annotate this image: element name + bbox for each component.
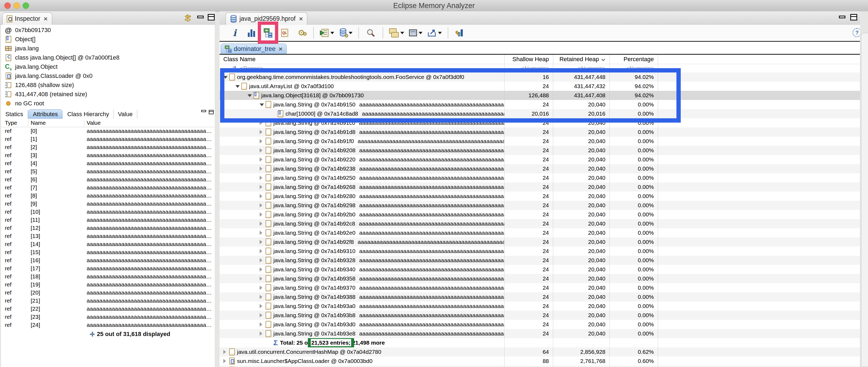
tree-row[interactable]: java.lang.String @ 0x7a14b9208aaaaaaaaaa… (220, 146, 860, 155)
attribute-row[interactable]: ref[4]aaaaaaaaaaaaaaaaaaaaaaaaaaaaaaaaaa… (1, 159, 215, 167)
attribute-row[interactable]: ref[22]aaaaaaaaaaaaaaaaaaaaaaaaaaaaaaaaa… (1, 305, 215, 313)
minimize-view-icon[interactable] (197, 16, 204, 18)
attribute-row[interactable]: ref[3]aaaaaaaaaaaaaaaaaaaaaaaaaaaaaaaaaa… (1, 151, 215, 159)
expander-collapsed-icon[interactable] (260, 322, 266, 327)
tree-row[interactable]: java.util.concurrent.ConcurrentHashMap @… (220, 347, 860, 357)
column-value[interactable]: Value (87, 119, 101, 127)
compare-icon[interactable] (453, 26, 467, 40)
tree-row[interactable]: java.lang.String @ 0x7a14b9370aaaaaaaaaa… (220, 283, 860, 292)
tree-row[interactable]: java.lang.String @ 0x7a14b9238aaaaaaaaaa… (220, 164, 860, 173)
close-tab-icon[interactable]: × (279, 45, 282, 53)
tree-row[interactable] (220, 366, 860, 367)
collapsed-panel-strip[interactable] (860, 11, 868, 367)
expander-collapsed-icon[interactable] (260, 277, 266, 281)
expander-collapsed-icon[interactable] (260, 267, 266, 272)
customize-icon[interactable]: ⚙⚙ (294, 26, 308, 40)
attribute-row[interactable]: ref[19]aaaaaaaaaaaaaaaaaaaaaaaaaaaaaaaaa… (1, 281, 215, 289)
tree-row[interactable]: java.lang.String @ 0x7a14b9150aaaaaaaaaa… (220, 100, 860, 109)
expander-collapsed-icon[interactable] (260, 130, 266, 134)
tree-row[interactable]: java.lang.String @ 0x7a14b9220aaaaaaaaaa… (220, 155, 860, 164)
inspector-item[interactable]: java.lang.ClassLoader @ 0x0 (1, 72, 214, 81)
column-shallow-heap[interactable]: Shallow Heap (505, 55, 549, 64)
tree-row[interactable]: []java.lang.Object[31618] @ 0x7bb0917301… (220, 91, 860, 100)
attribute-row[interactable]: ref[2]aaaaaaaaaaaaaaaaaaaaaaaaaaaaaaaaaa… (1, 143, 215, 151)
numeric-filter-input[interactable]: <Numeric> (611, 64, 654, 73)
column-class-name[interactable]: Class Name (223, 55, 256, 64)
dominator-tree-icon[interactable] (261, 26, 275, 40)
maximize-view-icon[interactable] (209, 110, 214, 114)
attribute-row[interactable]: ref[18]aaaaaaaaaaaaaaaaaaaaaaaaaaaaaaaaa… (1, 273, 215, 281)
group-by-icon[interactable] (388, 26, 405, 40)
attribute-row[interactable]: ref[1]aaaaaaaaaaaaaaaaaaaaaaaaaaaaaaaaaa… (1, 135, 215, 143)
column-percentage[interactable]: Percentage (611, 55, 654, 64)
load-more-icon[interactable] (90, 332, 95, 337)
attribute-row[interactable]: ref[11]aaaaaaaaaaaaaaaaaaaaaaaaaaaaaaaaa… (1, 216, 215, 224)
dropdown-caret-icon[interactable] (349, 32, 352, 34)
tree-row[interactable]: java.lang.String @ 0x7a14b9250aaaaaaaaaa… (220, 173, 860, 182)
attribute-row[interactable]: ref[14]aaaaaaaaaaaaaaaaaaaaaaaaaaaaaaaaa… (1, 240, 215, 248)
close-tab-icon[interactable]: × (299, 15, 303, 23)
maximize-view-icon[interactable] (208, 14, 215, 21)
tree-row[interactable]: java.lang.String @ 0x7a14b9310aaaaaaaaaa… (220, 247, 860, 256)
attribute-row[interactable]: ref[8]aaaaaaaaaaaaaaaaaaaaaaaaaaaaaaaaaa… (1, 192, 215, 200)
expander-collapsed-icon[interactable] (223, 359, 229, 363)
tree-row[interactable]: java.lang.String @ 0x7a14b92b0aaaaaaaaaa… (220, 210, 860, 219)
expander-collapsed-icon[interactable] (260, 240, 266, 244)
regex-filter-input[interactable]: <Regex> (232, 64, 263, 73)
search-icon[interactable] (364, 26, 378, 40)
attributes-footer-text[interactable]: 25 out of 31,618 displayed (97, 330, 170, 338)
expander-collapsed-icon[interactable] (260, 304, 266, 308)
attribute-row[interactable]: ref[13]aaaaaaaaaaaaaaaaaaaaaaaaaaaaaaaaa… (1, 232, 215, 240)
expander-collapsed-icon[interactable] (260, 212, 266, 217)
tree-row[interactable]: java.lang.String @ 0x7a14b9328aaaaaaaaaa… (220, 256, 860, 265)
inspector-item[interactable]: no GC root (1, 99, 214, 108)
tree-row[interactable]: java.lang.String @ 0x7a14b91d8aaaaaaaaaa… (220, 128, 860, 137)
tree-row[interactable]: java.lang.String @ 0x7a14b93d0aaaaaaaaaa… (220, 320, 860, 329)
numeric-filter-input[interactable]: <Numeric> (555, 64, 606, 73)
expander-open-icon[interactable] (248, 94, 253, 97)
tree-row[interactable]: java.lang.String @ 0x7a14b9388aaaaaaaaaa… (220, 292, 860, 302)
tree-row[interactable]: java.lang.String @ 0x7a14b91c0aaaaaaaaaa… (220, 118, 860, 128)
tree-row[interactable]: java.lang.String @ 0x7a14b92f8aaaaaaaaaa… (220, 237, 860, 247)
expander-collapsed-icon[interactable] (260, 295, 266, 299)
attribute-row[interactable]: ref[16]aaaaaaaaaaaaaaaaaaaaaaaaaaaaaaaaa… (1, 256, 215, 264)
attribute-row[interactable]: ref[5]aaaaaaaaaaaaaaaaaaaaaaaaaaaaaaaaaa… (1, 167, 215, 175)
tree-row[interactable]: java.lang.String @ 0x7a14b93e8aaaaaaaaaa… (220, 329, 860, 338)
expander-collapsed-icon[interactable] (223, 350, 229, 354)
inspector-item[interactable]: Csjava.lang.Object (1, 62, 214, 72)
column-retained-heap[interactable]: Retained Heap (555, 55, 606, 64)
dropdown-caret-icon[interactable] (331, 32, 334, 34)
attribute-row[interactable]: ref[7]aaaaaaaaaaaaaaaaaaaaaaaaaaaaaaaaaa… (1, 184, 215, 192)
tree-row[interactable]: java.lang.String @ 0x7a14b9298aaaaaaaaaa… (220, 201, 860, 210)
export-icon[interactable] (426, 26, 443, 40)
attribute-row[interactable]: ref[17]aaaaaaaaaaaaaaaaaaaaaaaaaaaaaaaaa… (1, 264, 215, 273)
expander-collapsed-icon[interactable] (260, 185, 266, 189)
expander-collapsed-icon[interactable] (260, 121, 266, 125)
attribute-row[interactable]: ref[10]aaaaaaaaaaaaaaaaaaaaaaaaaaaaaaaaa… (1, 208, 215, 216)
expander-open-icon[interactable] (236, 85, 241, 88)
tree-row[interactable]: sun.misc.Launcher$AppClassLoader @ 0x7a0… (220, 357, 860, 366)
tree-row[interactable]: java.lang.String @ 0x7a14b92c8aaaaaaaaaa… (220, 219, 860, 228)
inspector-item[interactable]: Cclass java.lang.Object[] @ 0x7a000f1e8 (1, 53, 214, 62)
tree-row[interactable]: org.geekbang.time.commonmistakes.trouble… (220, 73, 860, 82)
attribute-row[interactable]: ref[0]aaaaaaaaaaaaaaaaaaaaaaaaaaaaaaaaaa… (1, 127, 215, 135)
attribute-row[interactable]: ref[24]aaaaaaaaaaaaaaaaaaaaaaaaaaaaaaaaa… (1, 321, 215, 329)
tab-statics[interactable]: Statics (1, 110, 28, 119)
inspector-item[interactable]: 431,447,408 (retained size) (1, 90, 214, 99)
numeric-filter-input[interactable]: <Numeric> (505, 64, 549, 73)
attribute-row[interactable]: ref[12]aaaaaaaaaaaaaaaaaaaaaaaaaaaaaaaaa… (1, 224, 215, 232)
minimize-view-icon[interactable] (839, 16, 845, 18)
tree-row[interactable]: java.lang.String @ 0x7a14b91f0aaaaaaaaaa… (220, 137, 860, 146)
calculator-icon[interactable] (408, 26, 424, 40)
oql-icon[interactable]: QL (278, 26, 292, 40)
column-name[interactable]: Name (31, 119, 46, 127)
expander-collapsed-icon[interactable] (260, 286, 266, 290)
inspector-item[interactable]: java.lang (1, 44, 214, 53)
tab-value[interactable]: Value (114, 110, 137, 119)
tree-row[interactable]: java.lang.String @ 0x7a14b9280aaaaaaaaaa… (220, 192, 860, 201)
expander-collapsed-icon[interactable] (260, 176, 266, 180)
attribute-row[interactable]: ref[21]aaaaaaaaaaaaaaaaaaaaaaaaaaaaaaaaa… (1, 297, 215, 305)
expander-collapsed-icon[interactable] (260, 258, 266, 262)
histogram-icon[interactable] (244, 26, 258, 40)
expander-collapsed-icon[interactable] (260, 194, 266, 198)
